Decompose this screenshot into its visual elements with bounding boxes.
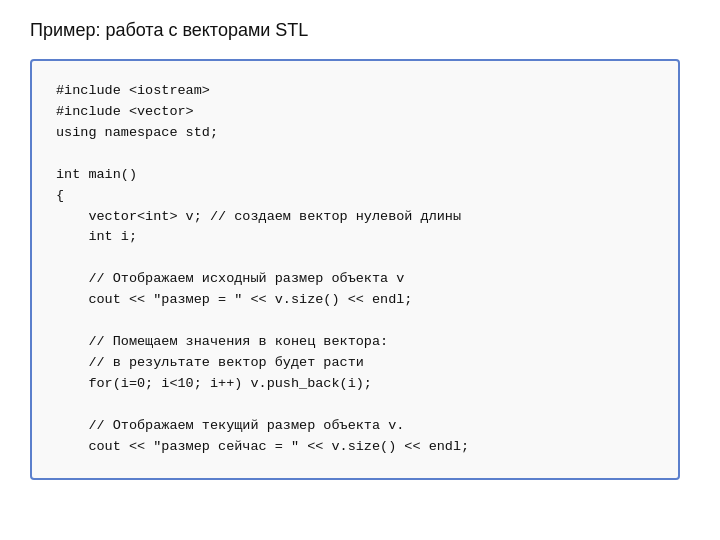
code-content: #include <iostream> #include <vector> us… [56, 81, 654, 458]
code-box: #include <iostream> #include <vector> us… [30, 59, 680, 480]
page-container: Пример: работа с векторами STL #include … [0, 0, 720, 540]
page-title: Пример: работа с векторами STL [30, 20, 690, 41]
